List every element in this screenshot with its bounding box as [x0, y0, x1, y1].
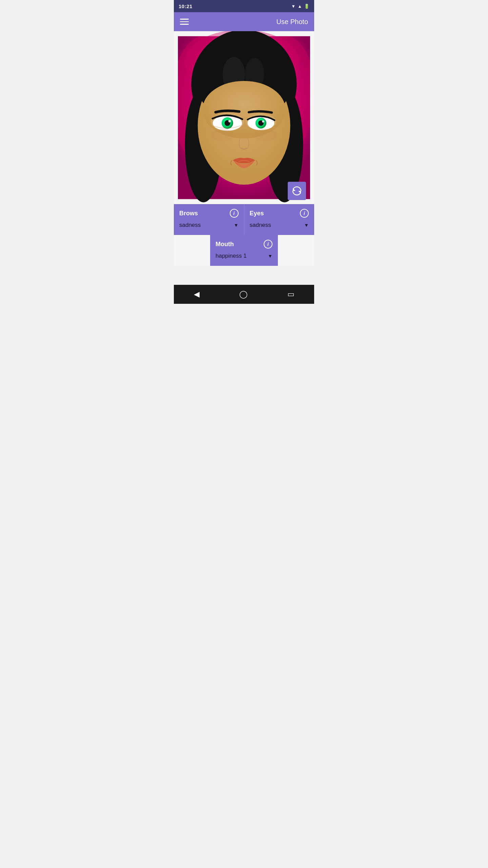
- brows-label: Brows: [179, 210, 198, 217]
- home-button[interactable]: ◯: [237, 287, 250, 301]
- svg-point-12: [203, 81, 286, 139]
- eyes-control: Eyes i sadness happiness anger neutral f…: [244, 204, 314, 235]
- mouth-dropdown[interactable]: happiness 1 happiness 2 sadness anger ne…: [216, 252, 268, 260]
- mouth-control: Mouth i happiness 1 happiness 2 sadness …: [210, 235, 278, 266]
- mouth-dropdown-arrow: ▼: [268, 253, 272, 259]
- controls-section: Brows i sadness happiness anger neutral …: [174, 204, 314, 266]
- face-container: [174, 31, 314, 204]
- brows-control: Brows i sadness happiness anger neutral …: [174, 204, 244, 235]
- svg-point-25: [222, 164, 266, 183]
- svg-point-24: [254, 129, 277, 142]
- controls-row-2: Mouth i happiness 1 happiness 2 sadness …: [174, 235, 314, 266]
- recent-button[interactable]: ▭: [285, 287, 297, 301]
- brows-dropdown-wrapper: sadness happiness anger neutral fear sur…: [179, 221, 239, 229]
- controls-row-1: Brows i sadness happiness anger neutral …: [174, 204, 314, 235]
- eyes-dropdown-arrow: ▼: [304, 222, 309, 228]
- eyes-info-button[interactable]: i: [300, 209, 309, 218]
- brows-header: Brows i: [179, 209, 239, 218]
- menu-button[interactable]: [180, 19, 189, 25]
- svg-point-23: [211, 129, 234, 142]
- back-button[interactable]: ◀: [191, 287, 202, 301]
- status-icons: ▼ ▲ 🔋: [291, 4, 309, 9]
- face-svg: [178, 31, 310, 204]
- brows-info-button[interactable]: i: [230, 209, 239, 218]
- status-time: 10:21: [179, 3, 192, 9]
- use-photo-button[interactable]: Use Photo: [277, 18, 308, 26]
- mouth-header: Mouth i: [216, 240, 272, 249]
- face-canvas: [178, 31, 310, 204]
- status-bar: 10:21 ▼ ▲ 🔋: [174, 0, 314, 12]
- wifi-icon: ▼: [291, 4, 296, 9]
- mouth-info-button[interactable]: i: [264, 240, 272, 249]
- app-bar: Use Photo: [174, 12, 314, 31]
- eyes-label: Eyes: [250, 210, 264, 217]
- svg-point-17: [228, 120, 231, 123]
- brows-dropdown[interactable]: sadness happiness anger neutral fear sur…: [179, 221, 234, 229]
- eyes-dropdown-wrapper: sadness happiness anger neutral fear sur…: [250, 221, 309, 229]
- refresh-button[interactable]: [288, 182, 306, 200]
- mouth-label: Mouth: [216, 241, 234, 248]
- brows-dropdown-arrow: ▼: [234, 222, 239, 228]
- mouth-dropdown-wrapper: happiness 1 happiness 2 sadness anger ne…: [216, 252, 272, 260]
- signal-icon: ▲: [298, 4, 302, 9]
- svg-point-22: [262, 120, 264, 123]
- eyes-header: Eyes i: [250, 209, 309, 218]
- battery-icon: 🔋: [304, 4, 309, 9]
- eyes-dropdown[interactable]: sadness happiness anger neutral fear sur…: [250, 221, 304, 229]
- nav-bar: ◀ ◯ ▭: [174, 285, 314, 304]
